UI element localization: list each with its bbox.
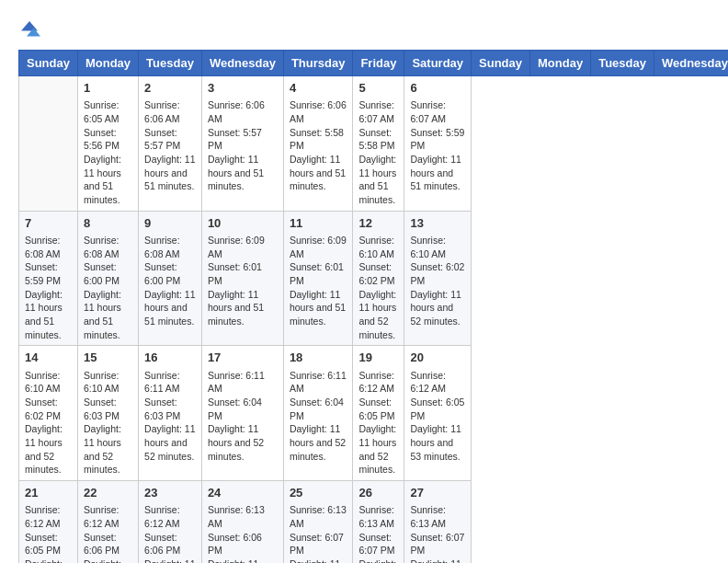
daylight-text: Daylight: 11 hours and 53 minutes. (144, 557, 196, 563)
sunset-text: Sunset: 6:06 PM (208, 531, 278, 557)
page-header (18, 18, 710, 40)
day-number: 11 (290, 215, 347, 232)
calendar-cell: 26Sunrise: 6:13 AMSunset: 6:07 PMDayligh… (353, 481, 404, 563)
sunset-text: Sunset: 6:05 PM (358, 396, 398, 422)
sunrise-text: Sunrise: 6:12 AM (410, 369, 465, 396)
sunrise-text: Sunrise: 6:09 AM (208, 234, 278, 260)
sunset-text: Sunset: 6:06 PM (84, 531, 132, 557)
day-number: 3 (208, 80, 278, 97)
calendar-cell: 9Sunrise: 6:08 AMSunset: 6:00 PMDaylight… (139, 211, 202, 346)
sunset-text: Sunset: 6:07 PM (290, 531, 347, 557)
sunrise-text: Sunrise: 6:10 AM (84, 369, 132, 396)
sunset-text: Sunset: 6:05 PM (410, 396, 465, 422)
daylight-text: Daylight: 11 hours and 51 minutes. (25, 288, 72, 342)
day-number: 12 (358, 215, 398, 232)
sunset-text: Sunset: 6:01 PM (208, 260, 278, 287)
daylight-text: Daylight: 11 hours and 51 minutes. (84, 153, 132, 207)
daylight-text: Daylight: 11 hours and 53 minutes. (208, 557, 278, 563)
sunset-text: Sunset: 6:04 PM (290, 396, 347, 422)
calendar-cell: 13Sunrise: 6:10 AMSunset: 6:02 PMDayligh… (404, 211, 472, 346)
calendar-week-row: 21Sunrise: 6:12 AMSunset: 6:05 PMDayligh… (19, 481, 729, 563)
calendar-cell: 16Sunrise: 6:11 AMSunset: 6:03 PMDayligh… (139, 346, 202, 481)
sunrise-text: Sunrise: 6:12 AM (25, 503, 72, 530)
sunrise-text: Sunrise: 6:05 AM (84, 98, 132, 125)
calendar-cell (19, 76, 78, 212)
svg-marker-0 (21, 21, 38, 31)
daylight-text: Daylight: 11 hours and 54 minutes. (410, 557, 465, 563)
daylight-text: Daylight: 11 hours and 53 minutes. (410, 422, 465, 463)
daylight-text: Daylight: 11 hours and 52 minutes. (358, 422, 398, 477)
sunset-text: Sunset: 6:04 PM (208, 396, 278, 422)
sunset-text: Sunset: 6:05 PM (25, 531, 72, 557)
day-number: 26 (358, 485, 398, 501)
sunrise-text: Sunrise: 6:11 AM (208, 369, 278, 396)
calendar-week-row: 1Sunrise: 6:05 AMSunset: 5:56 PMDaylight… (19, 76, 729, 212)
sunset-text: Sunset: 5:59 PM (25, 260, 72, 287)
sunrise-text: Sunrise: 6:06 AM (208, 98, 278, 125)
daylight-text: Daylight: 11 hours and 51 minutes. (358, 153, 398, 207)
sunset-text: Sunset: 6:01 PM (290, 260, 347, 287)
calendar-cell: 3Sunrise: 6:06 AMSunset: 5:57 PMDaylight… (201, 76, 283, 212)
sunrise-text: Sunrise: 6:12 AM (84, 503, 132, 530)
sunset-text: Sunset: 5:59 PM (410, 126, 465, 153)
daylight-text: Daylight: 11 hours and 54 minutes. (358, 557, 398, 563)
sunrise-text: Sunrise: 6:09 AM (290, 234, 347, 260)
sunset-text: Sunset: 6:00 PM (144, 260, 196, 287)
day-number: 20 (410, 350, 465, 366)
sunrise-text: Sunrise: 6:08 AM (25, 234, 72, 260)
day-number: 17 (208, 350, 278, 366)
weekday-header: Monday (530, 51, 591, 76)
sunset-text: Sunset: 6:02 PM (25, 396, 72, 422)
sunrise-text: Sunrise: 6:07 AM (358, 98, 398, 125)
sunrise-text: Sunrise: 6:10 AM (25, 369, 72, 396)
day-number: 9 (144, 215, 196, 232)
calendar-day-header: Tuesday (139, 51, 202, 76)
calendar-cell: 20Sunrise: 6:12 AMSunset: 6:05 PMDayligh… (404, 346, 472, 481)
sunset-text: Sunset: 5:56 PM (84, 126, 132, 153)
calendar-day-header: Wednesday (201, 51, 283, 76)
logo (18, 18, 44, 40)
sunset-text: Sunset: 6:02 PM (410, 260, 465, 287)
sunrise-text: Sunrise: 6:13 AM (208, 503, 278, 530)
calendar-cell: 14Sunrise: 6:10 AMSunset: 6:02 PMDayligh… (19, 346, 78, 481)
daylight-text: Daylight: 11 hours and 51 minutes. (290, 288, 347, 328)
weekday-header: Wednesday (654, 51, 728, 76)
daylight-text: Daylight: 11 hours and 51 minutes. (144, 288, 196, 328)
day-number: 8 (84, 215, 132, 232)
calendar-cell: 21Sunrise: 6:12 AMSunset: 6:05 PMDayligh… (19, 481, 78, 563)
calendar-cell: 15Sunrise: 6:10 AMSunset: 6:03 PMDayligh… (77, 346, 138, 481)
calendar-cell: 10Sunrise: 6:09 AMSunset: 6:01 PMDayligh… (201, 211, 283, 346)
daylight-text: Daylight: 11 hours and 51 minutes. (144, 153, 196, 193)
calendar-cell: 6Sunrise: 6:07 AMSunset: 5:59 PMDaylight… (404, 76, 472, 212)
calendar-week-row: 7Sunrise: 6:08 AMSunset: 5:59 PMDaylight… (19, 211, 729, 346)
calendar-cell: 11Sunrise: 6:09 AMSunset: 6:01 PMDayligh… (283, 211, 353, 346)
calendar-cell: 22Sunrise: 6:12 AMSunset: 6:06 PMDayligh… (77, 481, 138, 563)
sunset-text: Sunset: 5:57 PM (208, 126, 278, 153)
sunrise-text: Sunrise: 6:13 AM (290, 503, 347, 530)
day-number: 18 (290, 350, 347, 366)
calendar-cell: 24Sunrise: 6:13 AMSunset: 6:06 PMDayligh… (201, 481, 283, 563)
daylight-text: Daylight: 11 hours and 52 minutes. (84, 422, 132, 477)
daylight-text: Daylight: 11 hours and 51 minutes. (410, 153, 465, 193)
daylight-text: Daylight: 11 hours and 52 minutes. (410, 288, 465, 328)
calendar-table: SundayMondayTuesdayWednesdayThursdayFrid… (18, 50, 728, 563)
daylight-text: Daylight: 11 hours and 52 minutes. (144, 422, 196, 463)
sunrise-text: Sunrise: 6:13 AM (410, 503, 465, 530)
calendar-cell: 8Sunrise: 6:08 AMSunset: 6:00 PMDaylight… (77, 211, 138, 346)
daylight-text: Daylight: 11 hours and 53 minutes. (25, 557, 72, 563)
calendar-cell: 1Sunrise: 6:05 AMSunset: 5:56 PMDaylight… (77, 76, 138, 212)
calendar-cell: 19Sunrise: 6:12 AMSunset: 6:05 PMDayligh… (353, 346, 404, 481)
daylight-text: Daylight: 11 hours and 53 minutes. (84, 557, 132, 563)
calendar-cell: 2Sunrise: 6:06 AMSunset: 5:57 PMDaylight… (139, 76, 202, 212)
calendar-cell: 4Sunrise: 6:06 AMSunset: 5:58 PMDaylight… (283, 76, 353, 212)
calendar-day-header: Monday (77, 51, 138, 76)
day-number: 15 (84, 350, 132, 366)
day-number: 10 (208, 215, 278, 232)
day-number: 5 (358, 80, 398, 97)
calendar-cell: 18Sunrise: 6:11 AMSunset: 6:04 PMDayligh… (283, 346, 353, 481)
sunset-text: Sunset: 6:03 PM (84, 396, 132, 422)
sunset-text: Sunset: 5:58 PM (358, 126, 398, 153)
sunrise-text: Sunrise: 6:13 AM (358, 503, 398, 530)
day-number: 6 (410, 80, 465, 97)
daylight-text: Daylight: 11 hours and 52 minutes. (290, 422, 347, 463)
